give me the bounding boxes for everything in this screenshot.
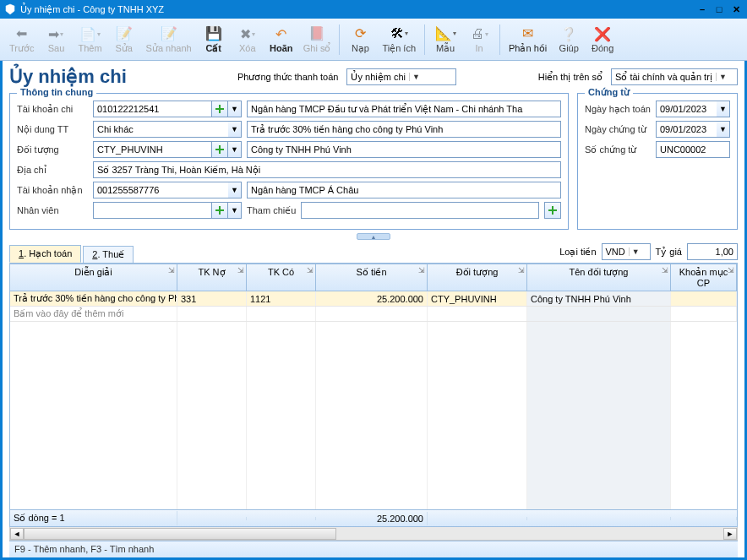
table-new-row[interactable]: Bấm vào đây để thêm mới (10, 307, 737, 322)
tab-tax[interactable]: 2. Thuế (83, 246, 134, 263)
currency-combo[interactable]: VND ▼ (602, 243, 651, 260)
voucher-date-input[interactable]: 09/01/2023 (656, 121, 717, 138)
splitter-handle[interactable]: ▲ (357, 233, 390, 240)
tab-accounting[interactable]: 1. Hạch toán (9, 245, 81, 263)
recv-account-input[interactable]: 001255587776 (93, 182, 228, 198)
scroll-thumb[interactable] (24, 528, 336, 540)
recv-bank-input[interactable]: Ngân hàng TMCP Á Châu (247, 182, 561, 198)
cell-tendt[interactable]: Công ty TNHH Phú Vinh (527, 291, 671, 306)
col-desc[interactable]: Diễn giải⇲ (10, 264, 177, 291)
tb-utility[interactable]: 🛠▾Tiện ích (378, 23, 420, 57)
footer-sum: 25.200.000 (316, 512, 428, 525)
account-input[interactable]: 010122212541 (93, 101, 211, 117)
object-name-input[interactable]: Công ty TNHH Phú Vinh (247, 141, 561, 158)
arrow-right-icon: ➡▾ (47, 25, 64, 42)
voucher-date-picker-button[interactable]: ▼ (717, 121, 730, 138)
col-doituong[interactable]: Đối tượng⇲ (428, 264, 527, 291)
chevron-down-icon: ▼ (409, 73, 423, 81)
grid-body[interactable]: Trả trước 30% tiền hàng cho công ty Ph 3… (10, 291, 737, 509)
cell-kmcp[interactable] (671, 291, 737, 306)
employee-add-button[interactable] (211, 202, 228, 219)
ref-add-button[interactable] (544, 202, 561, 219)
tb-template[interactable]: 📐▾Mẫu (429, 23, 461, 57)
close-button[interactable]: ✕ (728, 3, 744, 15)
close-icon: ❌ (594, 25, 611, 42)
content-desc-input[interactable]: Trả trước 30% tiền hàng cho công ty Phú … (247, 121, 561, 138)
grid-header: Diễn giải⇲ TK Nợ⇲ TK Có⇲ Số tiền⇲ Đối tư… (10, 264, 737, 291)
plus-icon (215, 104, 225, 114)
pin-icon: ⇲ (237, 266, 244, 275)
cell-doituong[interactable]: CTY_PHUVINH (428, 291, 527, 306)
tb-quickedit[interactable]: 📝Sửa nhanh (142, 23, 196, 57)
new-row-hint[interactable]: Bấm vào đây để thêm mới (10, 307, 177, 321)
employee-input[interactable] (93, 202, 211, 219)
recv-account-label: Tài khoản nhận (17, 185, 88, 196)
horizontal-splitter: ▲ (9, 231, 738, 242)
payment-method-combo[interactable]: Ủy nhiệm chi ▼ (346, 68, 456, 85)
scroll-track[interactable] (24, 528, 723, 540)
utility-icon: 🛠▾ (390, 25, 407, 42)
save-icon: 💾 (205, 25, 222, 42)
maximize-button[interactable]: □ (712, 3, 727, 15)
col-sotien[interactable]: Số tiền⇲ (316, 264, 428, 291)
file-add-icon: 📄▾ (82, 25, 99, 42)
address-input[interactable]: Số 3257 Tràng Thi, Hoàn Kiếm, Hà Nội (93, 161, 561, 178)
tb-close[interactable]: ❌Đóng (586, 23, 619, 56)
arrow-left-icon: ⬅ (14, 25, 30, 42)
minimize-button[interactable]: – (695, 3, 710, 15)
tb-edit[interactable]: 📝Sửa (108, 23, 140, 57)
recv-account-dropdown-button[interactable]: ▼ (228, 182, 242, 198)
object-add-button[interactable] (211, 141, 228, 158)
rate-input[interactable] (687, 243, 738, 260)
currency-value: VND (606, 247, 625, 257)
tb-feedback[interactable]: ✉Phản hồi (504, 23, 551, 57)
post-date-input[interactable]: 09/01/2023 (656, 101, 717, 117)
scroll-right-button[interactable]: ► (723, 528, 737, 540)
col-tkno[interactable]: TK Nợ⇲ (177, 264, 247, 291)
object-code-input[interactable]: CTY_PHUVINH (93, 141, 211, 158)
employee-label: Nhân viên (17, 205, 88, 215)
app-icon (3, 3, 17, 16)
table-row[interactable]: Trả trước 30% tiền hàng cho công ty Ph 3… (10, 291, 737, 307)
tb-print[interactable]: 🖨▾In (463, 23, 495, 56)
bank-name-display[interactable]: Ngân hàng TMCP Đầu tư và Phát triển Việt… (247, 101, 561, 117)
tb-prev[interactable]: ⬅Trước (5, 23, 38, 57)
tb-delete[interactable]: ✖▾Xóa (232, 23, 264, 56)
tb-next[interactable]: ➡▾Sau (40, 23, 72, 56)
cell-sotien[interactable]: 25.200.000 (316, 291, 428, 306)
display-book-combo[interactable]: Sổ tài chính và quản trị ▼ (611, 68, 738, 85)
toolbar-separator (339, 24, 340, 55)
tb-add[interactable]: 📄▾Thêm (74, 23, 106, 56)
tb-post[interactable]: 📕Ghi sổ (299, 23, 335, 57)
quick-edit-icon: 📝 (161, 25, 177, 42)
tb-undo[interactable]: ↶Hoãn (265, 23, 297, 56)
voucher-no-input[interactable]: UNC00002 (656, 141, 730, 158)
content-combo[interactable]: Chi khác (93, 121, 228, 138)
undo-icon: ↶ (273, 25, 290, 42)
employee-dropdown-button[interactable]: ▼ (228, 202, 242, 219)
entry-grid: Diễn giải⇲ TK Nợ⇲ TK Có⇲ Số tiền⇲ Đối tư… (9, 264, 738, 527)
reload-icon: ⟳ (352, 25, 368, 42)
tb-help[interactable]: ❔Giúp (553, 23, 585, 56)
col-tkco[interactable]: TK Có⇲ (247, 264, 316, 291)
cell-tkco[interactable]: 1121 (247, 291, 316, 306)
scroll-left-button[interactable]: ◄ (10, 528, 24, 540)
post-date-picker-button[interactable]: ▼ (717, 101, 730, 117)
cell-desc[interactable]: Trả trước 30% tiền hàng cho công ty Ph (10, 291, 177, 306)
tb-load[interactable]: ⟳Nạp (344, 23, 376, 57)
account-dropdown-button[interactable]: ▼ (228, 101, 242, 117)
payment-method-value: Ủy nhiệm chi (351, 72, 406, 83)
cell-tkno[interactable]: 331 (177, 291, 247, 306)
ref-input[interactable] (301, 202, 539, 219)
object-dropdown-button[interactable]: ▼ (228, 141, 242, 158)
account-add-button[interactable] (211, 101, 228, 117)
address-label: Địa chỉ (17, 165, 88, 176)
general-legend: Thông tin chung (17, 87, 96, 97)
tb-save[interactable]: 💾Cất (198, 23, 230, 57)
horizontal-scrollbar[interactable]: ◄ ► (9, 527, 738, 541)
col-kmcp[interactable]: Khoản mục CP⇲ (671, 264, 737, 291)
col-tendt[interactable]: Tên đối tượng⇲ (527, 264, 671, 291)
file-edit-icon: 📝 (116, 25, 133, 42)
content-dropdown-button[interactable]: ▼ (228, 121, 242, 138)
chevron-down-icon: ▼ (629, 247, 642, 256)
